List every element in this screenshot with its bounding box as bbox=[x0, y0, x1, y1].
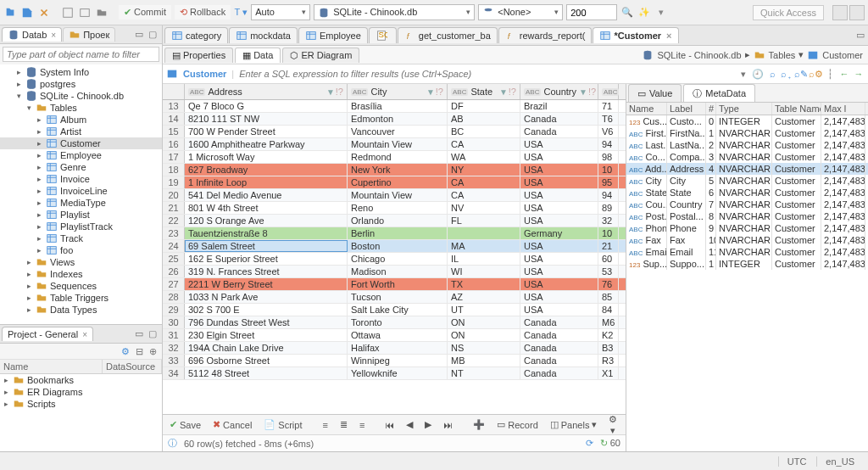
connection-select[interactable]: SQLite - Chinook.db▾ bbox=[314, 4, 475, 20]
col-state[interactable]: ABCState▼!? bbox=[448, 84, 520, 99]
dropdown-icon[interactable]: ▾ bbox=[654, 6, 668, 20]
tree-item-album[interactable]: ▸Album bbox=[0, 114, 162, 126]
tab-projects[interactable]: Проек bbox=[63, 27, 115, 42]
align-left-icon[interactable]: ≡ bbox=[319, 418, 331, 432]
table-row[interactable]: 272211 W Berry StreetFort WorthTXUSA76 bbox=[163, 278, 626, 291]
gear-button[interactable]: ⚙ ▾ bbox=[605, 412, 620, 438]
table-row[interactable]: 29302 S 700 ESalt Lake CityUTUSA84 bbox=[163, 304, 626, 316]
sub-tab-properties[interactable]: ▤Properties bbox=[164, 48, 233, 63]
editor-tab-get-customer-ba[interactable]: fget_customer_ba bbox=[398, 27, 498, 43]
table-row[interactable]: 13Qe 7 Bloco GBrasíliaDFBrazil71 bbox=[163, 100, 626, 113]
align-center-icon[interactable]: ≣ bbox=[337, 417, 351, 432]
tab-project-general[interactable]: Project - General× bbox=[2, 327, 93, 341]
maximize-icon[interactable]: ▢ bbox=[147, 29, 159, 41]
table-row[interactable]: 2469 Salem StreetBostonMAUSA21 bbox=[163, 240, 626, 253]
funnel-icon[interactable]: ⌕ bbox=[766, 68, 778, 80]
refresh-icon[interactable]: ⟳ bbox=[586, 438, 593, 449]
tree-item-track[interactable]: ▸Track bbox=[0, 232, 162, 244]
table-row[interactable]: 33696 Osborne StreetWinnipegMBCanadaR3 bbox=[163, 355, 626, 367]
table-row[interactable]: 20541 Del Medio AvenueMountain ViewCAUSA… bbox=[163, 189, 626, 202]
reload-icon[interactable]: ↻ bbox=[600, 438, 608, 448]
zoom-icon[interactable]: 🔍 bbox=[620, 6, 634, 20]
meta-tab-value[interactable]: ▭Value bbox=[628, 84, 682, 102]
cancel-button[interactable]: ✖Cancel bbox=[209, 417, 255, 432]
project-item-scripts[interactable]: ▸Scripts bbox=[0, 398, 162, 410]
tree-item-data-types[interactable]: ▸Data Types bbox=[0, 304, 162, 316]
record-button[interactable]: ▭ Record bbox=[493, 417, 541, 432]
tree-item-playlist[interactable]: ▸Playlist bbox=[0, 209, 162, 221]
link-icon[interactable]: ⊕ bbox=[147, 345, 159, 357]
tree-item-customer[interactable]: ▸Customer bbox=[0, 137, 162, 149]
metadata-body[interactable]: 123 Cus...Custo...0INTEGERCustomer2,147,… bbox=[626, 115, 868, 451]
table-row[interactable]: 25162 E Superior StreetChicagoILUSA60 bbox=[163, 253, 626, 266]
table-row[interactable]: 15700 W Pender StreetVancouverBCCanadaV6 bbox=[163, 126, 626, 138]
table-row[interactable]: 31230 Elgin StreetOttawaONCanadaK2 bbox=[163, 329, 626, 342]
sql-console-icon[interactable] bbox=[78, 6, 92, 20]
project-item-bookmarks[interactable]: ▸Bookmarks bbox=[0, 374, 162, 386]
new-sql-icon[interactable] bbox=[20, 6, 34, 20]
align-right-icon[interactable]: ≡ bbox=[356, 418, 368, 432]
minimize-icon[interactable]: ▭ bbox=[133, 29, 145, 41]
meta-row[interactable]: ABC Co...Compa...3NVARCHARCustomer2,147,… bbox=[626, 151, 868, 163]
sub-tab-data[interactable]: ▦Data bbox=[235, 48, 281, 63]
tree-item-invoice[interactable]: ▸Invoice bbox=[0, 173, 162, 185]
table-row[interactable]: 22120 S Orange AveOrlandoFLUSA32 bbox=[163, 215, 626, 227]
tree-item-artist[interactable]: ▸Artist bbox=[0, 126, 162, 137]
tree-item-mediatype[interactable]: ▸MediaType bbox=[0, 197, 162, 209]
left-arrow-icon[interactable]: ← bbox=[838, 68, 850, 80]
meta-row[interactable]: ABC Post...Postal...8NVARCHARCustomer2,1… bbox=[626, 210, 868, 222]
breadcrumb[interactable]: SQLite - Chinook.db ▸ Tables ▾ Customer bbox=[642, 49, 868, 60]
editor-tab-mockdata[interactable]: mockdata bbox=[229, 27, 298, 43]
wand-icon[interactable]: ✨ bbox=[637, 6, 651, 20]
editor-tab-category[interactable]: category bbox=[164, 27, 228, 43]
sql-filter-input[interactable] bbox=[239, 69, 732, 79]
table-row[interactable]: 32194A Chain Lake DriveHalifaxNSCanadaB3 bbox=[163, 342, 626, 355]
row-limit-input[interactable] bbox=[566, 4, 617, 20]
next-page-icon[interactable]: ▶ bbox=[421, 417, 435, 432]
tree-item-views[interactable]: ▸Views bbox=[0, 256, 162, 268]
disconnect-icon[interactable] bbox=[37, 6, 51, 20]
table-row[interactable]: 26319 N. Frances StreetMadisonWIUSA53 bbox=[163, 266, 626, 278]
col-address[interactable]: ABCAddress▼!? bbox=[185, 84, 348, 99]
table-row[interactable]: 281033 N Park AveTucsonAZUSA85 bbox=[163, 291, 626, 304]
tree-item-table-triggers[interactable]: ▸Table Triggers bbox=[0, 292, 162, 304]
minimize-icon[interactable]: ▭ bbox=[854, 30, 866, 42]
txn-dropdown-icon[interactable]: T ▾ bbox=[234, 6, 248, 20]
table-row[interactable]: 148210 111 ST NWEdmontonABCanadaT6 bbox=[163, 113, 626, 126]
table-row[interactable]: 191 Infinite LoopCupertinoCAUSA95 bbox=[163, 176, 626, 189]
meta-row[interactable]: ABC PhonePhone9NVARCHARCustomer2,147,483 bbox=[626, 222, 868, 234]
new-connection-icon[interactable] bbox=[3, 6, 17, 20]
meta-row[interactable]: ABC StateState6NVARCHARCustomer2,147,483 bbox=[626, 187, 868, 199]
tree-item-foo[interactable]: ▸foo bbox=[0, 244, 162, 256]
tree-item-indexes[interactable]: ▸Indexes bbox=[0, 268, 162, 280]
col-country[interactable]: ABCCountry▼!? bbox=[520, 84, 598, 99]
perspective-db-icon[interactable] bbox=[849, 5, 865, 20]
tree-item-sequences[interactable]: ▸Sequences bbox=[0, 280, 162, 292]
meta-row[interactable]: ABC First...FirstNa...1NVARCHARCustomer2… bbox=[626, 127, 868, 139]
grid-body[interactable]: 13Qe 7 Bloco GBrasíliaDFBrazil71148210 1… bbox=[163, 100, 626, 414]
quick-access-input[interactable]: Quick Access bbox=[753, 5, 824, 20]
project-item-er-diagrams[interactable]: ▸ER Diagrams bbox=[0, 386, 162, 398]
history-icon[interactable]: 🕘 bbox=[752, 68, 764, 80]
prev-page-icon[interactable]: ◀ bbox=[403, 417, 416, 432]
table-row[interactable]: 23Tauentzienstraße 8BerlinGermany10 bbox=[163, 227, 626, 240]
tree-item-playlisttrack[interactable]: ▸PlaylistTrack bbox=[0, 221, 162, 232]
meta-row[interactable]: ABC FaxFax10NVARCHARCustomer2,147,483 bbox=[626, 234, 868, 246]
editor-tab-employee[interactable]: Employee bbox=[298, 27, 368, 43]
schema-select[interactable]: <None>▾ bbox=[478, 4, 563, 20]
editor-tab--customer[interactable]: *Customer× bbox=[593, 27, 678, 43]
col-extra[interactable]: ABC bbox=[598, 84, 619, 99]
table-row[interactable]: 161600 Amphitheatre ParkwayMountain View… bbox=[163, 138, 626, 151]
save-button[interactable]: ✔Save bbox=[166, 417, 204, 432]
meta-row[interactable]: 123 Sup...Suppo...1INTEGERCustomer2,147,… bbox=[626, 258, 868, 270]
add-row-icon[interactable]: ➕ bbox=[470, 417, 488, 432]
editor-tab-rewards-report-[interactable]: frewards_report( bbox=[498, 27, 593, 43]
funnel-edit-icon[interactable]: ⌕✎ bbox=[795, 68, 807, 80]
rownum-header[interactable] bbox=[163, 84, 185, 99]
perspective-open-icon[interactable] bbox=[832, 5, 848, 20]
database-tree[interactable]: ▸System Info▸postgres▾SQLite - Chinook.d… bbox=[0, 64, 162, 324]
last-page-icon[interactable]: ⏭ bbox=[440, 418, 456, 432]
tab-database-navigator[interactable]: Datab× bbox=[2, 27, 62, 42]
tree-item-employee[interactable]: ▸Employee bbox=[0, 149, 162, 161]
txn-mode-select[interactable]: Auto▾ bbox=[251, 4, 310, 20]
